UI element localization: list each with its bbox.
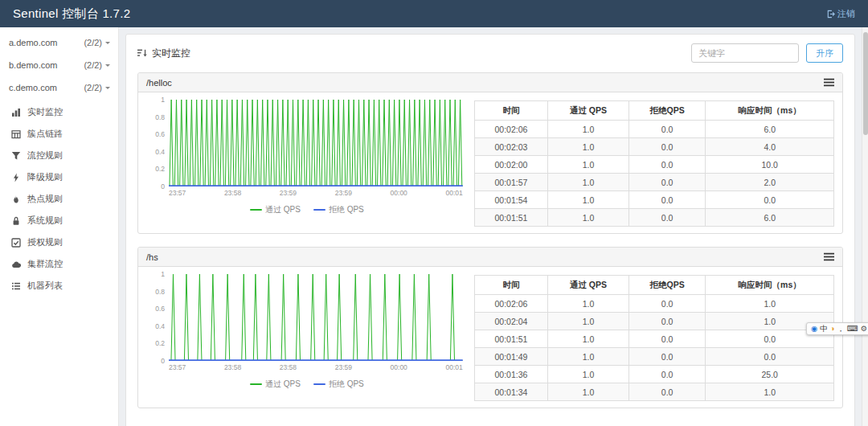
legend-item[interactable]: 通过 QPS xyxy=(250,204,301,215)
ime-lang-icon[interactable]: 中 xyxy=(820,325,828,333)
table-header-cell: 拒绝QPS xyxy=(628,101,706,121)
table-cell: 10.0 xyxy=(706,156,834,174)
chart-legend: 通过 QPS拒绝 QPS xyxy=(151,379,463,390)
table-cell: 0.0 xyxy=(628,295,706,313)
sidebar-item-label: 流控规则 xyxy=(27,150,63,162)
sidebar-item-1[interactable]: 簇点链路 xyxy=(0,123,118,145)
metrics-table: 时间通过 QPS拒绝QPS响应时间（ms）00:02:061.00.06.000… xyxy=(474,100,834,227)
table-cell: 0.0 xyxy=(628,174,706,191)
table-cell: 00:01:54 xyxy=(474,191,547,209)
x-tick-label: 00:01 xyxy=(445,189,462,197)
scrollbar-thumb[interactable] xyxy=(863,32,868,135)
metrics-table-block: 时间通过 QPS拒绝QPS响应时间（ms）00:02:061.00.01.000… xyxy=(474,274,834,401)
ime-settings-icon[interactable]: ⚙ xyxy=(861,325,868,333)
legend-item[interactable]: 拒绝 QPS xyxy=(313,204,364,215)
sidebar-app-1[interactable]: b.demo.com (2/2) xyxy=(0,54,118,76)
table-cell: 00:02:04 xyxy=(474,313,547,330)
chevron-down-icon xyxy=(105,42,110,47)
table-cell: 1.0 xyxy=(548,366,629,383)
table-cell: 1.0 xyxy=(548,295,629,313)
table-cell: 4.0 xyxy=(706,138,834,156)
table-cell: 00:02:03 xyxy=(474,138,547,156)
app-title: Sentinel 控制台 1.7.2 xyxy=(13,6,130,22)
table-cell: 00:02:06 xyxy=(474,121,547,138)
panel-resource-title: /hs xyxy=(146,252,158,262)
sort-order-button[interactable]: 升序 xyxy=(806,43,843,63)
x-tick-label: 00:00 xyxy=(391,363,407,371)
panel-menu-icon[interactable] xyxy=(824,77,834,88)
table-cell: 0.0 xyxy=(628,330,706,348)
chart-y-axis: 10.80.60.40.20 xyxy=(151,274,169,361)
sidebar-item-label: 机器列表 xyxy=(27,280,63,292)
table-cell: 00:01:34 xyxy=(474,383,547,401)
legend-item[interactable]: 通过 QPS xyxy=(250,379,301,390)
table-cell: 25.0 xyxy=(706,366,834,383)
sidebar-item-label: 实时监控 xyxy=(27,106,63,118)
sidebar-item-0[interactable]: 实时监控 xyxy=(0,101,118,123)
sidebar-item-7[interactable]: 集群流控 xyxy=(0,253,118,275)
table-cell: 1.0 xyxy=(548,330,629,348)
table-cell: 0.0 xyxy=(628,383,706,401)
ime-logo-icon[interactable]: ◉ xyxy=(811,325,817,333)
sidebar-app-2[interactable]: c.demo.com (2/2) xyxy=(0,76,118,99)
table-row: 00:02:061.00.01.0 xyxy=(474,295,833,313)
table-cell: 1.0 xyxy=(548,138,629,156)
table-header-cell: 时间 xyxy=(474,101,547,121)
x-tick-label: 23:57 xyxy=(169,363,186,371)
app-list: a.demo.com (2/2) b.demo.com (2/2) c.demo… xyxy=(0,31,118,99)
table-row: 00:01:341.00.01.0 xyxy=(474,383,833,401)
sidebar-item-label: 降级规则 xyxy=(27,171,63,183)
sidebar-item-label: 授权规则 xyxy=(27,236,63,248)
table-cell: 0.0 xyxy=(706,348,834,366)
app-name: c.demo.com xyxy=(9,83,57,92)
page-scrollbar[interactable] xyxy=(862,27,868,426)
filter-icon xyxy=(11,151,21,161)
x-tick-label: 23:58 xyxy=(280,363,297,371)
card-toolbar: 实时监控 升序 xyxy=(126,35,854,72)
x-tick-label: 23:59 xyxy=(335,363,352,371)
table-header-cell: 通过 QPS xyxy=(548,101,629,121)
search-input[interactable] xyxy=(691,43,799,63)
sidebar-item-8[interactable]: 机器列表 xyxy=(0,275,118,297)
table-cell: 1.0 xyxy=(548,209,629,227)
panel-resource-title: /helloc xyxy=(146,78,172,88)
sidebar-app-0[interactable]: a.demo.com (2/2) xyxy=(0,31,118,54)
monitoring-card: 实时监控 升序 /helloc xyxy=(125,34,855,426)
sidebar-item-4[interactable]: 热点规则 xyxy=(0,188,118,210)
sidebar-item-label: 集群流控 xyxy=(27,258,63,270)
chart-x-axis: 23:5723:5823:5923:5900:0000:01 xyxy=(169,189,463,197)
cluster-link-icon xyxy=(11,129,21,139)
table-row: 00:02:061.00.06.0 xyxy=(474,121,833,138)
table-cell: 6.0 xyxy=(706,121,834,138)
sidebar-item-2[interactable]: 流控规则 xyxy=(0,145,118,166)
sort-amount-icon xyxy=(137,48,147,58)
table-header-cell: 拒绝QPS xyxy=(628,276,706,295)
table-cell: 00:01:57 xyxy=(474,174,547,191)
logout-label: 注销 xyxy=(837,8,855,20)
ime-toolbar[interactable]: ◉中◑，⌨⚙ xyxy=(806,322,868,335)
legend-item[interactable]: 拒绝 QPS xyxy=(313,379,364,390)
sidebar-item-3[interactable]: 降级规则 xyxy=(0,166,118,188)
table-cell: 1.0 xyxy=(548,156,629,174)
table-header-cell: 通过 QPS xyxy=(548,276,629,295)
table-cell: 1.0 xyxy=(706,295,834,313)
logout-link[interactable]: 注销 xyxy=(826,8,855,20)
app-name: a.demo.com xyxy=(9,38,58,47)
panel-menu-icon[interactable] xyxy=(824,252,834,262)
x-tick-label: 23:59 xyxy=(335,189,352,197)
table-cell: 0.0 xyxy=(628,138,706,156)
x-tick-label: 23:57 xyxy=(169,189,186,197)
table-cell: 1.0 xyxy=(706,383,834,401)
sidebar-item-6[interactable]: 授权规则 xyxy=(0,231,118,253)
ime-halfwidth-icon[interactable]: ◑ xyxy=(830,325,835,333)
chart-bar-icon xyxy=(11,108,21,117)
sidebar-item-5[interactable]: 系统规则 xyxy=(0,210,118,231)
lock-icon xyxy=(11,216,21,226)
x-tick-label: 00:00 xyxy=(391,189,407,197)
ime-punct-icon[interactable]: ， xyxy=(837,325,845,333)
table-cell: 0.0 xyxy=(628,121,706,138)
app-name: b.demo.com xyxy=(9,60,58,70)
table-cell: 1.0 xyxy=(548,191,629,209)
ime-keyboard-icon[interactable]: ⌨ xyxy=(847,325,858,333)
resource-panel: /helloc 10.80.60.40.20 xyxy=(137,72,843,234)
